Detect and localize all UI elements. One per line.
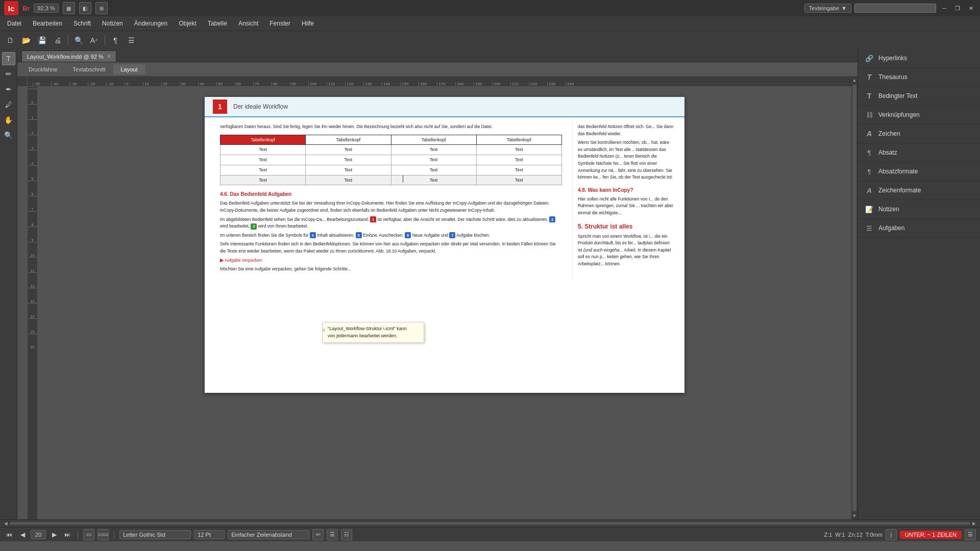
tool-hand[interactable]: ✋	[2, 113, 15, 127]
panel-item-notizen[interactable]: 📝 Notizen	[858, 200, 980, 219]
arrange-btn[interactable]: ⊞	[95, 2, 108, 14]
section-46-body3: Im unteren Bereich finden Sie die Symbol…	[220, 232, 562, 239]
doc-tab[interactable]: Layout_Workflow.indd @ 92 % ✕	[21, 51, 116, 62]
save-btn[interactable]: 💾	[35, 33, 49, 47]
panel-item-thesaurus[interactable]: T Thesaurus	[858, 68, 980, 87]
ruler-mark: 170	[437, 82, 455, 86]
find-btn[interactable]: 🔍	[71, 33, 86, 47]
tool-zoom[interactable]: 🔍	[2, 129, 15, 142]
scroll-up-btn[interactable]: ▲	[852, 78, 857, 83]
ruler-mark: 130	[363, 82, 382, 86]
toolbar-separator-2	[105, 35, 105, 45]
panel-item-absatzformate[interactable]: ¶ Absatzformate	[858, 162, 980, 181]
toolbar: 🗋 📂 💾 🖨 🔍 A✓ ¶ ☰	[0, 31, 980, 49]
ruler-mark: 110	[327, 82, 345, 86]
section-46-body4: Sehr interessante Funktionen finden sich…	[220, 241, 562, 255]
menu-bearbeiten[interactable]: Bearbeiten	[28, 18, 67, 29]
tab-close-btn[interactable]: ✕	[107, 54, 111, 59]
spell-btn[interactable]: A✓	[87, 33, 102, 47]
body-text-1: verfügbaren Daten heraus. Sind Sie ferti…	[220, 123, 562, 131]
line-spacing-select[interactable]: Einfacher Zeilenabstand	[228, 530, 309, 539]
canvas[interactable]: 1 Der ideale Workflow verfügbaren Daten …	[38, 87, 851, 519]
ruler-mark: -20	[88, 82, 106, 86]
zoom-display[interactable]: 92,3 %	[34, 4, 58, 13]
search-input[interactable]	[854, 4, 936, 13]
scroll-down-btn[interactable]: ▼	[852, 513, 857, 518]
para-marks-btn[interactable]: ¶	[108, 33, 122, 47]
page-field[interactable]: 20	[31, 530, 46, 539]
subtab-layout[interactable]: Layout	[113, 64, 144, 74]
scroll-right-btn[interactable]: ▶	[972, 521, 976, 526]
ruler-mark: 50	[216, 82, 235, 86]
options-btn[interactable]: ☰	[965, 529, 976, 540]
main-area: T ✏ ✒ 🖊 ✋ 🔍 Layout_Workflow.indd @ 92 % …	[0, 49, 980, 519]
subtab-druckfahne[interactable]: Druckfahne	[21, 64, 64, 74]
panel-item-zeichenformate[interactable]: A Zeichenformate	[858, 181, 980, 200]
new-doc-btn[interactable]: 🗋	[3, 33, 17, 47]
menu-ansicht[interactable]: Ansicht	[233, 18, 263, 29]
align-justify-btn[interactable]: ☷	[341, 529, 352, 540]
hyperlinks-icon: 🔗	[864, 53, 874, 63]
bottom-area: ◀ ▶ ⏮ ◀ 20 ▶ ⏭ ▭ ▭▭ Letter Gothic Std 12…	[0, 519, 980, 541]
menu-objekt[interactable]: Objekt	[174, 18, 202, 29]
view-single-btn[interactable]: ▭	[83, 529, 94, 540]
size-select[interactable]: 12 Pt	[194, 530, 225, 539]
table-cell: Text	[391, 145, 476, 155]
statusbar: ⏮ ◀ 20 ▶ ⏭ ▭ ▭▭ Letter Gothic Std 12 Pt …	[0, 527, 980, 541]
panel-item-absatz[interactable]: ¶ Absatz	[858, 143, 980, 162]
ruler-mark: 40	[198, 82, 216, 86]
align-center-btn[interactable]: ☰	[327, 529, 338, 540]
content-table: Tabellenkopf Tabellenkopf Tabellenkopf T…	[220, 135, 562, 186]
menu-fenster[interactable]: Fenster	[264, 18, 296, 29]
align-btn[interactable]: ☰	[124, 33, 138, 47]
close-btn[interactable]: ✕	[966, 3, 976, 13]
vertical-scrollbar[interactable]: ▲ ▼	[851, 77, 857, 519]
panel-item-verknuepfungen[interactable]: ⛓ Verknüpfungen	[858, 106, 980, 124]
page-header: 1 Der ideale Workflow	[205, 97, 684, 117]
tool-pencil[interactable]: ✏	[2, 67, 15, 81]
print-btn[interactable]: 🖨	[51, 33, 65, 47]
view-spread-btn[interactable]: ▭▭	[97, 529, 109, 540]
scroll-thumb-h[interactable]	[10, 522, 970, 525]
table-cell: Text	[306, 165, 391, 175]
menu-datei[interactable]: Datei	[2, 18, 27, 29]
panel-item-hyperlinks[interactable]: 🔗 Hyperlinks	[858, 49, 980, 68]
minimize-btn[interactable]: ─	[939, 3, 949, 13]
menu-notizen[interactable]: Notizen	[97, 18, 128, 29]
ruler-mark: -40	[51, 82, 69, 86]
panel-item-zeichen[interactable]: A Zeichen	[858, 124, 980, 143]
open-btn[interactable]: 📂	[19, 33, 33, 47]
ruler-v: 0 1 2 3 4 5 6 7 8 9 10 11 12	[28, 87, 38, 519]
panel-item-aufgaben[interactable]: ☰ Aufgaben	[858, 219, 980, 238]
align-left-btn[interactable]: ⇐	[312, 529, 324, 540]
subtabs: Druckfahne Textabschnitt Layout	[17, 62, 857, 77]
restore-btn[interactable]: ❐	[952, 3, 963, 13]
w-value: W:1	[835, 532, 845, 538]
ruler-mark: 200	[492, 82, 510, 86]
nav-last-btn[interactable]: ⏭	[62, 530, 72, 540]
panel-item-bedingtertext[interactable]: T Bedingter Text	[858, 87, 980, 106]
nav-prev-btn[interactable]: ◀	[17, 530, 28, 540]
panel-selector[interactable]: Texteingabe ▼	[804, 4, 851, 13]
nav-first-btn[interactable]: ⏮	[4, 530, 14, 540]
tooltip-text-2: von jedermann bearbeitet werden.	[328, 333, 398, 338]
subtab-textabschnitt[interactable]: Textabschnitt	[65, 64, 112, 74]
panel-label-aufgaben: Aufgaben	[878, 224, 904, 232]
layout-view-btn[interactable]: ▦	[63, 2, 75, 14]
tooltip-text-1: "Layout_Workflow-Struktur i.icml" kann	[328, 326, 407, 331]
menu-aenderungen[interactable]: Änderungen	[129, 18, 173, 29]
nav-next-btn[interactable]: ▶	[49, 530, 59, 540]
font-select[interactable]: Letter Gothic Std	[119, 530, 191, 539]
tool-eyedropper[interactable]: ✒	[2, 83, 15, 96]
t-value: T:0mm	[866, 532, 883, 538]
scroll-thumb-v[interactable]	[852, 85, 856, 511]
tool-text[interactable]: T	[2, 52, 15, 65]
scroll-left-btn[interactable]: ◀	[4, 521, 8, 526]
menu-schrift[interactable]: Schrift	[68, 18, 96, 29]
bridge-btn[interactable]: Br	[22, 5, 30, 12]
tool-brush[interactable]: 🖊	[2, 98, 15, 111]
menu-tabelle[interactable]: Tabelle	[203, 18, 232, 29]
screen-mode-btn[interactable]: ◧	[79, 2, 91, 14]
ruler-mark: 120	[345, 82, 363, 86]
menu-hilfe[interactable]: Hilfe	[297, 18, 319, 29]
